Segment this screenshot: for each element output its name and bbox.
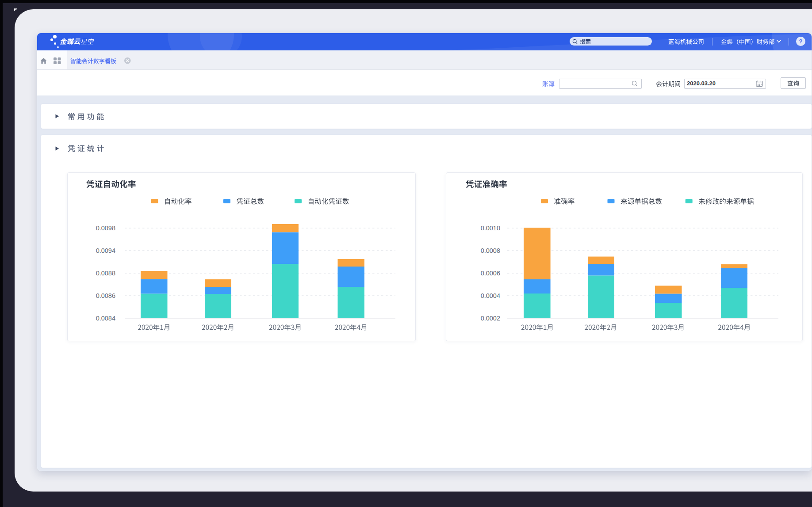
svg-text:0.0094: 0.0094 <box>96 247 115 254</box>
svg-text:0.0006: 0.0006 <box>481 270 500 277</box>
svg-text:0.0098: 0.0098 <box>96 225 115 232</box>
svg-text:0.0086: 0.0086 <box>96 292 115 299</box>
svg-text:0.0088: 0.0088 <box>96 270 115 277</box>
svg-text:0.0084: 0.0084 <box>96 315 115 322</box>
svg-text:0.0002: 0.0002 <box>481 315 500 322</box>
svg-text:0.0004: 0.0004 <box>481 292 500 299</box>
svg-text:0.0008: 0.0008 <box>481 247 500 254</box>
svg-text:0.0010: 0.0010 <box>481 225 500 232</box>
